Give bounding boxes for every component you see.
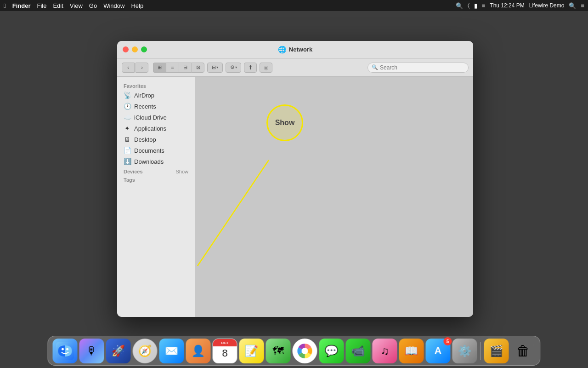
menubar-help[interactable]: Help — [131, 2, 143, 9]
icon-view-button[interactable]: ⊞ — [153, 63, 166, 73]
safari-icon: 🧭 — [133, 339, 158, 363]
tags-section-title: Tags — [117, 175, 195, 184]
sidebar-item-airdrop[interactable]: 📡 AirDrop — [117, 90, 195, 101]
airdrop-icon: 📡 — [124, 92, 131, 99]
dock-item-trash[interactable]: 🗑 — [511, 339, 536, 363]
window-maximize-button[interactable] — [141, 46, 147, 52]
dock-item-syspref[interactable]: ⚙️ — [452, 339, 477, 363]
dock-item-facetime[interactable]: 📹 — [346, 339, 371, 363]
photos-icon — [293, 339, 317, 363]
forward-button[interactable]: › — [136, 63, 148, 73]
finder-window: 🌐 Network ‹ › ⊞ ≡ ⊟ ⊠ ⊟ ▾ ⚙ ▾ — [117, 41, 473, 317]
window-controls — [117, 46, 147, 52]
share-button[interactable]: ⬆ — [244, 63, 257, 73]
menubar-finder[interactable]: Finder — [12, 2, 31, 9]
desktop: 🌐 Network ‹ › ⊞ ≡ ⊟ ⊠ ⊟ ▾ ⚙ ▾ — [0, 11, 588, 368]
dock-item-notes[interactable]: 📝 — [239, 339, 264, 363]
wifi-icon[interactable]: 〈 — [468, 2, 469, 9]
devices-show-button[interactable]: Show — [175, 169, 188, 174]
menubar-user: Lifewire Demo — [529, 2, 565, 9]
tags-button[interactable]: ◉ — [260, 63, 272, 73]
svg-line-0 — [198, 160, 269, 266]
dock-item-launchpad[interactable]: 🚀 — [106, 339, 131, 363]
annotation-svg — [195, 77, 473, 317]
svg-point-4 — [66, 348, 68, 351]
menubar:  Finder File Edit View Go Window Help 🔍… — [0, 0, 588, 11]
sidebar-item-desktop[interactable]: 🖥 Desktop — [117, 134, 195, 145]
search-bar[interactable]: 🔍 — [368, 63, 469, 73]
menubar-left:  Finder File Edit View Go Window Help — [4, 2, 143, 9]
icloud-icon: ☁️ — [124, 114, 131, 121]
appstore-badge: 5 — [444, 337, 452, 345]
back-button[interactable]: ‹ — [122, 63, 135, 73]
arrange-chevron: ▾ — [216, 65, 218, 69]
window-minimize-button[interactable] — [132, 46, 138, 52]
dock-item-mail[interactable]: ✉️ — [159, 339, 184, 363]
dock: 🎙 🚀 🧭 ✉️ 👤 — [48, 336, 541, 366]
messages-icon: 💬 — [319, 339, 344, 363]
menubar-view[interactable]: View — [70, 2, 83, 9]
finder-titlebar: 🌐 Network — [117, 41, 473, 58]
column-view-button[interactable]: ⊟ — [179, 63, 192, 73]
dock-item-calendar[interactable]: OCT 8 — [213, 339, 237, 363]
sidebar-item-downloads[interactable]: ⬇️ Downloads — [117, 156, 195, 167]
sidebar-item-applications[interactable]: ✦ Applications — [117, 123, 195, 134]
dock-item-contacts[interactable]: 👤 — [186, 339, 211, 363]
dock-item-appstore[interactable]: A 5 — [426, 339, 451, 363]
tags-icon: ◉ — [264, 64, 268, 71]
siri-icon: 🎙 — [79, 339, 104, 363]
cover-flow-button[interactable]: ⊠ — [192, 63, 204, 73]
window-title-text: Network — [289, 46, 312, 53]
sidebar-recents-label: Recents — [134, 103, 156, 110]
dock-separator — [481, 342, 481, 360]
dock-item-photos[interactable] — [293, 339, 317, 363]
finder-toolbar: ‹ › ⊞ ≡ ⊟ ⊠ ⊟ ▾ ⚙ ▾ ⬆ ◉ — [117, 58, 473, 77]
dock-item-messages[interactable]: 💬 — [319, 339, 344, 363]
search-input[interactable] — [380, 64, 464, 71]
svg-point-6 — [302, 348, 308, 354]
sidebar-icloud-label: iCloud Drive — [134, 114, 167, 121]
arrange-icon: ⊟ — [212, 64, 216, 70]
dock-item-maps[interactable]: 🗺 — [266, 339, 291, 363]
books-icon: 📖 — [399, 339, 424, 363]
dock-item-itunes[interactable]: ♫ — [373, 339, 397, 363]
launchpad-icon: 🚀 — [106, 339, 131, 363]
list-view-button[interactable]: ≡ — [166, 63, 179, 73]
menubar-go[interactable]: Go — [89, 2, 97, 9]
desktop-icon: 🖥 — [124, 136, 131, 143]
menubar-file[interactable]: File — [37, 2, 46, 9]
search-icon: 🔍 — [372, 64, 378, 70]
menubar-edit[interactable]: Edit — [53, 2, 63, 9]
finder-sidebar: Favorites 📡 AirDrop 🕐 Recents ☁️ iCloud … — [117, 77, 195, 317]
dock-item-books[interactable]: 📖 — [399, 339, 424, 363]
favorites-section-title: Favorites — [117, 81, 195, 90]
spotlight-icon[interactable]: 🔍 — [456, 2, 463, 9]
menubar-right: 🔍 〈 ▮ ≡ Thu 12:24 PM Lifewire Demo 🔍 ≡ — [456, 2, 584, 9]
dock-item-finder[interactable] — [53, 339, 78, 363]
gear-icon: ⚙ — [230, 64, 235, 70]
facetime-icon: 📹 — [346, 339, 371, 363]
svg-point-3 — [62, 348, 64, 351]
sidebar-item-documents[interactable]: 📄 Documents — [117, 145, 195, 156]
arrange-button[interactable]: ⊟ ▾ — [207, 63, 223, 73]
sidebar-applications-label: Applications — [134, 125, 166, 132]
control-center-icon[interactable]: ≡ — [482, 2, 486, 9]
spotlight-search-icon[interactable]: 🔍 — [569, 2, 576, 9]
notification-center-icon[interactable]: ≡ — [581, 2, 584, 9]
devices-section-row: Devices Show — [117, 167, 195, 175]
battery-icon[interactable]: ▮ — [474, 2, 477, 9]
applications-icon: ✦ — [124, 125, 131, 132]
downloads-icon: ⬇️ — [124, 158, 131, 165]
menubar-window[interactable]: Window — [103, 2, 124, 9]
sidebar-item-icloud[interactable]: ☁️ iCloud Drive — [117, 112, 195, 123]
action-button[interactable]: ⚙ ▾ — [226, 63, 241, 73]
sidebar-documents-label: Documents — [134, 147, 164, 154]
sidebar-item-recents[interactable]: 🕐 Recents — [117, 101, 195, 112]
dock-item-safari[interactable]: 🧭 — [133, 339, 158, 363]
window-close-button[interactable] — [123, 46, 129, 52]
dock-item-siri[interactable]: 🎙 — [79, 339, 104, 363]
dock-item-claquette[interactable]: 🎬 — [484, 339, 509, 363]
syspref-icon: ⚙️ — [452, 339, 477, 363]
claquette-icon: 🎬 — [484, 339, 509, 363]
apple-menu-icon[interactable]:  — [4, 2, 6, 9]
